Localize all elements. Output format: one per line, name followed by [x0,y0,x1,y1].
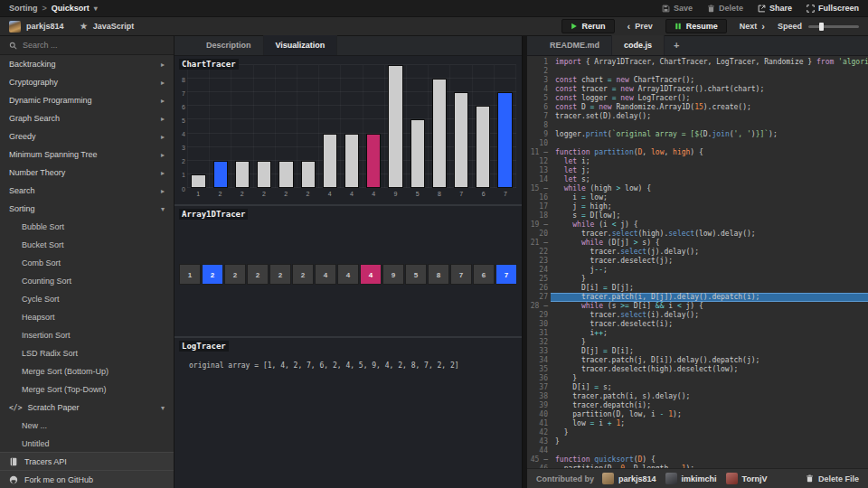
sidebar-category-cryptography[interactable]: Cryptography▸ [0,73,174,91]
prev-button[interactable]: ‹ Prev [627,22,653,31]
add-tab-button[interactable]: + [665,35,688,55]
sidebar-item-untitled[interactable]: Untitled [0,435,174,452]
contributors: parkjs814imkimchiTornjV [602,473,767,484]
code-line: tracer.patch(i, s).delay(); [551,392,868,401]
fold-marker-icon: – [539,302,548,310]
chart-bar-slot [384,65,406,188]
topbar-actions: SaveDeleteShareFullscreen [662,4,859,13]
speed-slider[interactable] [808,25,859,28]
delete-button[interactable]: Delete [707,4,743,13]
breadcrumb-category[interactable]: Sorting [9,4,38,13]
sidebar: Backtracking▸Cryptography▸Dynamic Progra… [0,36,175,488]
sidebar-item-counting-sort[interactable]: Counting Sort [0,272,174,290]
sidebar-category-search[interactable]: Search▸ [0,182,174,200]
next-button[interactable]: Next › [740,22,765,31]
sidebar-item-merge-sort-bottom-up-[interactable]: Merge Sort (Bottom-Up) [0,362,174,380]
sidebar-footer-fork-me-on-github[interactable]: Fork me on GitHub [0,470,174,488]
code-line: tracer.deselect(high).deselect(low); [551,365,868,374]
array-cell: 4 [315,264,336,285]
array-cell: 2 [202,264,223,285]
chart-bar-slot [187,65,209,188]
chart-bar [476,106,490,188]
item-label: Bubble Sort [22,222,64,231]
y-axis-tick: 0 [175,185,185,192]
speed-control: Speed [778,22,859,31]
x-axis-tick: 2 [297,191,318,197]
category-label: Minimum Spanning Tree [9,150,98,159]
chart-bar-slot [340,65,362,188]
sidebar-item-comb-sort[interactable]: Comb Sort [0,254,174,272]
share-button[interactable]: Share [758,4,792,13]
sidebar-category-graph-search[interactable]: Graph Search▸ [0,109,174,127]
save-button[interactable]: Save [662,4,693,13]
line-number: 23 [527,257,551,266]
sidebar-item-new-[interactable]: New ... [0,417,174,435]
sidebar-item-heapsort[interactable]: Heapsort [0,308,174,326]
speed-slider-thumb[interactable] [819,23,824,31]
code-line: } [551,428,868,437]
avatar [665,473,677,484]
fold-marker-icon: – [539,148,548,156]
code-editor[interactable]: 1234567891011 –12131415 –16171819 –2021 … [527,56,868,468]
x-axis-tick: 2 [275,191,297,197]
chart-bar-slot [318,65,340,188]
contributor-imkimchi[interactable]: imkimchi [665,473,717,484]
sidebar-category-dynamic-programming[interactable]: Dynamic Programming▸ [0,91,174,109]
x-axis-tick: 2 [209,191,231,197]
code-line: j--; [551,266,868,275]
delete-file-button[interactable]: Delete File [806,474,859,483]
sidebar-footer-tracers-api[interactable]: Tracers API [0,452,174,470]
code-editor-panel: README.mdcode.js+ 1234567891011 –1213141… [527,36,868,488]
resume-button[interactable]: Resume [665,19,727,33]
sidebar-footer: Tracers APIFork me on GitHub [0,452,174,488]
sidebar-category-backtracking[interactable]: Backtracking▸ [0,55,174,73]
sidebar-item-insertion-sort[interactable]: Insertion Sort [0,326,174,344]
sidebar-item-bubble-sort[interactable]: Bubble Sort [0,218,174,236]
sidebar-item-merge-sort-top-down-[interactable]: Merge Sort (Top-Down) [0,380,174,399]
category-label: Scratch Paper [27,403,79,412]
contributor-tornjv[interactable]: TornjV [726,473,768,484]
sidebar-item-bucket-sort[interactable]: Bucket Sort [0,236,174,254]
item-label: Insertion Sort [22,331,71,340]
code-line: logger.print(`original array = [${D.join… [551,130,868,139]
rerun-button[interactable]: Rerun [561,19,615,33]
contributor-parkjs814[interactable]: parkjs814 [602,473,656,484]
fullscreen-button[interactable]: Fullscreen [807,4,859,13]
sidebar-category-sorting[interactable]: Sorting▾ [0,200,174,218]
code-line: tracer.select(i).delay(); [551,311,868,320]
tab-visualization[interactable]: Visualization [264,35,338,55]
array-cell: 2 [224,264,246,285]
tab-code-js[interactable]: code.js [612,35,665,55]
sidebar-category-number-theory[interactable]: Number Theory▸ [0,164,174,182]
item-label: Comb Sort [22,258,61,267]
code-line: } [551,338,868,347]
code-line: const D = new Randomize.Array1D(15).crea… [551,103,868,112]
line-number: 29 [527,311,551,320]
line-number: 28 – [527,302,551,311]
language-label[interactable]: JavaScript [93,22,135,31]
fullscreen-label: Fullscreen [818,4,859,13]
sidebar-category-scratch-paper[interactable]: </>Scratch Paper▾ [0,399,174,417]
code-brackets-icon: </> [9,404,22,412]
tab-readme-md[interactable]: README.md [538,35,612,55]
sidebar-category-greedy[interactable]: Greedy▸ [0,127,174,145]
code-line: tracer.deselect(i); [551,320,868,329]
sidebar-category-minimum-spanning-tree[interactable]: Minimum Spanning Tree▸ [0,145,174,164]
item-label: Merge Sort (Top-Down) [22,385,107,394]
contributor-name: parkjs814 [618,474,656,483]
line-number: 10 [527,139,551,148]
code-line: D[j] = D[i]; [551,347,868,356]
tab-description[interactable]: Description [194,35,264,55]
breadcrumb-current[interactable]: Quicksort [52,4,90,13]
sidebar-item-cycle-sort[interactable]: Cycle Sort [0,290,174,308]
search-input[interactable] [23,41,165,50]
array-cell: 6 [473,264,495,285]
code-line: s = D[low]; [551,211,868,221]
chevron-right-icon: ▸ [161,169,165,177]
sidebar-item-lsd-radix-sort[interactable]: LSD Radix Sort [0,344,174,362]
chart-bar-slot [231,65,252,188]
chart-bar-slot [275,65,297,188]
chart-bar [301,161,316,188]
code-line: D[i] = s; [551,383,868,392]
chart-bar-slot [363,65,384,188]
